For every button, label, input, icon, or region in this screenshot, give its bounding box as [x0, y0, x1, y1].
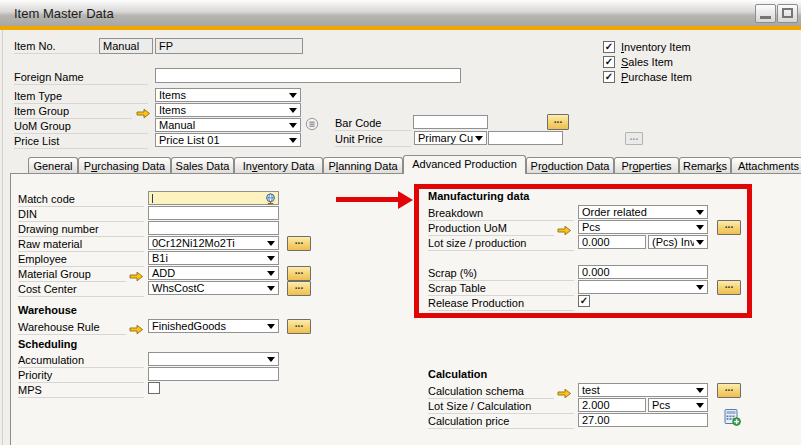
- text-caret: [152, 194, 153, 203]
- employee-dropdown[interactable]: B1i: [148, 251, 279, 265]
- lot-size-calculation-label: Lot Size / Calculation: [428, 400, 574, 414]
- warehouse-rule-link-arrow-icon[interactable]: [129, 321, 144, 332]
- item-no-label: Item No.: [14, 40, 98, 54]
- calculator-icon[interactable]: [724, 409, 741, 430]
- uom-group-dropdown[interactable]: Manual: [155, 118, 301, 132]
- uom-group-label: UoM Group: [14, 120, 148, 134]
- lot-size-production-uom-dropdown[interactable]: (Pcs) Inve: [648, 235, 708, 249]
- unit-price-more-button[interactable]: ...: [625, 132, 643, 145]
- material-group-link-arrow-icon[interactable]: [129, 268, 144, 279]
- item-group-label: Item Group: [14, 105, 132, 119]
- minimize-button[interactable]: [755, 4, 776, 23]
- material-group-label: Material Group: [18, 268, 126, 282]
- purchase-item-label: Purchase Item: [621, 71, 692, 83]
- match-code-input[interactable]: [148, 191, 279, 205]
- manufacturing-data-header: Manufacturing data: [428, 190, 529, 202]
- production-uom-label: Production UoM: [428, 222, 554, 236]
- scrap-percent-label: Scrap (%): [428, 267, 574, 281]
- item-type-dropdown[interactable]: Items: [155, 88, 301, 102]
- inventory-item-checkbox[interactable]: ✓: [603, 41, 615, 53]
- price-list-label: Price List: [14, 135, 148, 149]
- production-uom-more-button[interactable]: ...: [717, 220, 741, 235]
- tab-purchasing-data[interactable]: Purchasing Data: [78, 157, 171, 174]
- cost-center-label: Cost Center: [18, 283, 144, 297]
- calculation-section-header: Calculation: [428, 368, 487, 380]
- scrap-table-dropdown[interactable]: [578, 280, 708, 294]
- raw-material-more-button[interactable]: ...: [287, 236, 311, 251]
- calculation-schema-dropdown[interactable]: test: [578, 383, 708, 397]
- drawing-number-label: Drawing number: [18, 223, 144, 237]
- lot-size-production-label: Lot size / production: [428, 237, 574, 251]
- warehouse-rule-more-button[interactable]: ...: [287, 319, 311, 334]
- scrap-percent-input[interactable]: [578, 265, 708, 279]
- match-code-label: Match code: [18, 193, 144, 207]
- calculation-price-label: Calculation price: [428, 415, 574, 429]
- maximize-icon: [782, 8, 793, 18]
- sales-item-checkbox[interactable]: ✓: [603, 56, 615, 68]
- scrap-table-more-button[interactable]: ...: [717, 280, 741, 295]
- item-no-mode-selector[interactable]: Manual: [99, 38, 153, 54]
- purchase-item-checkbox[interactable]: ✓: [603, 71, 615, 83]
- price-list-dropdown[interactable]: Price List 01: [155, 133, 301, 147]
- uom-group-detail-icon[interactable]: [305, 117, 319, 135]
- cost-center-dropdown[interactable]: WhsCostC: [148, 281, 279, 295]
- tab-advanced-production[interactable]: Advanced Production: [403, 155, 526, 174]
- foreign-name-input[interactable]: [155, 68, 461, 83]
- material-group-more-button[interactable]: ...: [287, 266, 311, 281]
- maximize-button[interactable]: [777, 4, 798, 23]
- lot-size-calculation-uom-dropdown[interactable]: Pcs: [648, 398, 708, 412]
- accumulation-dropdown[interactable]: [148, 352, 279, 366]
- warehouse-rule-dropdown[interactable]: FinishedGoods: [148, 319, 279, 333]
- calculation-schema-link-arrow-icon[interactable]: [557, 385, 572, 396]
- din-label: DIN: [18, 208, 144, 222]
- lot-size-calculation-input[interactable]: [578, 398, 646, 412]
- unit-price-label: Unit Price: [335, 133, 411, 147]
- priority-input[interactable]: [148, 367, 279, 381]
- item-master-data-window: Item Master Data Item No. Manual FP ✓ In…: [0, 0, 801, 445]
- priority-label: Priority: [18, 369, 144, 383]
- drawing-number-input[interactable]: [148, 221, 279, 235]
- calculation-price-input[interactable]: [578, 413, 708, 427]
- tab-planning-data[interactable]: Planning Data: [323, 157, 403, 174]
- lot-size-production-input[interactable]: [578, 235, 646, 249]
- bar-code-more-button[interactable]: ...: [547, 114, 569, 130]
- tab-production-data[interactable]: Production Data: [526, 157, 614, 174]
- choose-from-list-icon[interactable]: [265, 193, 276, 207]
- cost-center-more-button[interactable]: ...: [287, 281, 311, 296]
- mps-label: MPS: [18, 384, 144, 398]
- mps-checkbox[interactable]: [148, 382, 160, 394]
- calculation-schema-more-button[interactable]: ...: [717, 383, 741, 398]
- tab-general[interactable]: General: [28, 157, 78, 174]
- warehouse-rule-label: Warehouse Rule: [18, 321, 126, 335]
- unit-price-input[interactable]: [488, 131, 563, 145]
- titlebar: Item Master Data: [0, 0, 801, 26]
- calculation-schema-label: Calculation schema: [428, 385, 554, 399]
- release-production-checkbox[interactable]: ✓: [578, 295, 590, 307]
- item-no-field[interactable]: FP: [155, 38, 303, 54]
- item-group-dropdown[interactable]: Items: [155, 103, 301, 117]
- breakdown-dropdown[interactable]: Order related: [578, 205, 708, 219]
- tab-properties[interactable]: Properties: [614, 157, 679, 174]
- production-uom-link-arrow-icon[interactable]: [557, 222, 572, 233]
- foreign-name-label: Foreign Name: [14, 71, 148, 85]
- tab-strip: General Purchasing Data Sales Data Inven…: [28, 155, 801, 174]
- breakdown-label: Breakdown: [428, 207, 574, 221]
- minimize-icon: [760, 16, 771, 19]
- accumulation-label: Accumulation: [18, 354, 144, 368]
- item-type-label: Item Type: [14, 90, 148, 104]
- tab-attachments[interactable]: Attachments: [731, 157, 801, 174]
- bar-code-input[interactable]: [413, 115, 488, 129]
- din-input[interactable]: [148, 206, 279, 220]
- tab-inventory-data[interactable]: Inventory Data: [234, 157, 323, 174]
- material-group-dropdown[interactable]: ADD: [148, 266, 279, 280]
- tab-remarks[interactable]: Remarks: [679, 157, 731, 174]
- window-title: Item Master Data: [14, 6, 114, 21]
- raw-material-dropdown[interactable]: 0Cr12Ni12Mo2Ti: [148, 236, 279, 250]
- production-uom-dropdown[interactable]: Pcs: [578, 220, 708, 234]
- scrap-table-label: Scrap Table: [428, 282, 574, 296]
- item-group-link-arrow-icon[interactable]: [136, 105, 151, 116]
- tab-sales-data[interactable]: Sales Data: [171, 157, 234, 174]
- raw-material-label: Raw material: [18, 238, 144, 252]
- unit-price-currency-dropdown[interactable]: Primary Curre: [414, 131, 487, 145]
- release-production-label: Release Production: [428, 297, 574, 311]
